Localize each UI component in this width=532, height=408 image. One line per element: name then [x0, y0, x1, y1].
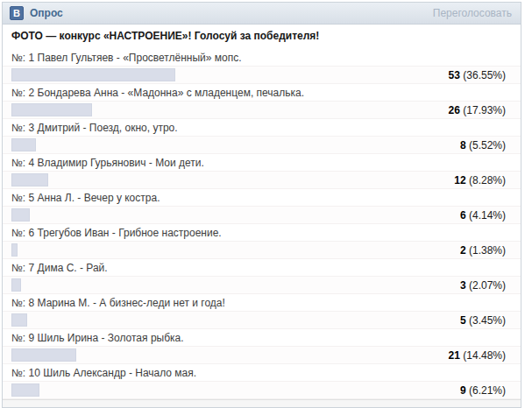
poll-option-bar: [11, 278, 21, 292]
poll-option-bar-track: 12 (8.28%): [3, 171, 521, 189]
poll-option-votes: 6 (4.14%): [460, 209, 506, 222]
poll-option-votes: 9 (6.21%): [460, 384, 506, 397]
poll-option-votes: 26 (17.93%): [449, 104, 506, 116]
poll-option-bar: [11, 138, 36, 151]
vote-percent: (1.38%): [466, 244, 506, 257]
poll-option-label: №: 7 Дима С. - Рай.: [11, 262, 512, 274]
poll-option-bar-track: 53 (36.55%): [3, 66, 521, 84]
poll-option-bar: [11, 313, 27, 327]
poll-option: №: 2 Бондарева Анна - «Мадонна» с младен…: [3, 87, 521, 119]
poll-option-bar-track: 6 (4.14%): [3, 206, 521, 224]
poll-footer: [3, 399, 521, 407]
poll-option-bar: [11, 348, 76, 362]
vote-percent: (3.45%): [466, 314, 506, 327]
poll-option-votes: 3 (2.07%): [460, 279, 506, 292]
vote-percent: (2.07%): [466, 279, 506, 292]
poll-option: №: 9 Шиль Ирина - Золотая рыбка. 21 (14.…: [3, 332, 521, 364]
poll-option: №: 3 Дмитрий - Поезд, окно, утро. 8 (5.5…: [3, 122, 521, 154]
poll-option-label: №: 5 Анна Л. - Вечер у костра.: [11, 192, 512, 204]
vote-percent: (17.93%): [460, 104, 506, 116]
poll-option-votes: 2 (1.38%): [460, 244, 506, 257]
poll-option-bar-track: 5 (3.45%): [3, 311, 521, 329]
vote-percent: (4.14%): [466, 209, 506, 222]
revote-link[interactable]: Переголосовать: [433, 7, 512, 19]
poll-option-bar: [11, 208, 30, 222]
poll-option-label: №: 3 Дмитрий - Поезд, окно, утро.: [11, 122, 512, 134]
poll-option-label: №: 6 Трегубов Иван - Грибное настроение.: [11, 227, 512, 239]
poll-option-label: №: 1 Павел Гультяев - «Просветлённый» мо…: [11, 52, 512, 64]
poll-option: №: 4 Владимир Гурьянович - Мои дети. 12 …: [3, 157, 521, 189]
poll-option-bar-track: 2 (1.38%): [3, 241, 521, 259]
poll-header: В Опрос Переголосовать: [3, 3, 521, 25]
vote-number: 8: [460, 139, 466, 151]
vote-number: 3: [460, 279, 466, 292]
vote-number: 9: [460, 384, 466, 397]
poll-option-bar-track: 26 (17.93%): [3, 101, 521, 119]
poll-option-bar: [11, 68, 175, 81]
poll-options-list: №: 1 Павел Гультяев - «Просветлённый» мо…: [3, 52, 521, 399]
vote-number: 12: [454, 174, 465, 186]
vote-percent: (8.28%): [466, 174, 506, 186]
poll-option: №: 8 Марина М. - А бизнес-леди нет и год…: [3, 297, 521, 329]
poll-header-title: Опрос: [30, 7, 63, 19]
vote-percent: (6.21%): [466, 384, 506, 397]
poll-option-votes: 5 (3.45%): [460, 314, 506, 327]
poll-option-label: №: 10 Шиль Александр - Начало мая.: [11, 367, 512, 379]
poll-option: №: 7 Дима С. - Рай. 3 (2.07%): [3, 262, 521, 294]
poll-widget: В Опрос Переголосовать ФОТО — конкурс «Н…: [2, 2, 521, 408]
vote-number: 5: [460, 314, 466, 327]
vote-number: 53: [449, 69, 460, 81]
poll-option-bar: [11, 103, 92, 116]
poll-option-bar-track: 3 (2.07%): [3, 276, 521, 294]
vote-percent: (36.55%): [460, 69, 506, 81]
poll-option-bar-track: 9 (6.21%): [3, 381, 521, 399]
poll-option-label: №: 2 Бондарева Анна - «Мадонна» с младен…: [11, 87, 512, 99]
poll-option-label: №: 9 Шиль Ирина - Золотая рыбка.: [11, 332, 512, 344]
poll-option-label: №: 4 Владимир Гурьянович - Мои дети.: [11, 157, 512, 169]
poll-option: №: 6 Трегубов Иван - Грибное настроение.…: [3, 227, 521, 259]
poll-option-bar-track: 8 (5.52%): [3, 136, 521, 154]
poll-option-bar: [11, 173, 48, 186]
poll-option-votes: 53 (36.55%): [449, 69, 506, 81]
vote-number: 2: [460, 244, 466, 257]
poll-option-votes: 21 (14.48%): [449, 349, 506, 362]
vote-number: 6: [460, 209, 466, 222]
vote-number: 26: [449, 104, 460, 116]
vote-number: 21: [449, 349, 460, 362]
poll-option-bar-track: 21 (14.48%): [3, 346, 521, 364]
poll-option: №: 1 Павел Гультяев - «Просветлённый» мо…: [3, 52, 521, 84]
vote-percent: (5.52%): [466, 139, 506, 151]
poll-option-bar: [11, 383, 39, 397]
vote-percent: (14.48%): [460, 349, 506, 362]
poll-option-votes: 12 (8.28%): [454, 174, 506, 186]
poll-option: №: 5 Анна Л. - Вечер у костра. 6 (4.14%): [3, 192, 521, 224]
poll-option-bar: [11, 243, 18, 257]
poll-option-votes: 8 (5.52%): [460, 139, 506, 151]
poll-body: ФОТО — конкурс «НАСТРОЕНИЕ»! Голосуй за …: [3, 25, 521, 399]
poll-question: ФОТО — конкурс «НАСТРОЕНИЕ»! Голосуй за …: [11, 30, 512, 42]
poll-option: №: 10 Шиль Александр - Начало мая. 9 (6.…: [3, 367, 521, 399]
poll-option-label: №: 8 Марина М. - А бизнес-леди нет и год…: [11, 297, 512, 309]
vk-app-icon: В: [10, 6, 24, 20]
